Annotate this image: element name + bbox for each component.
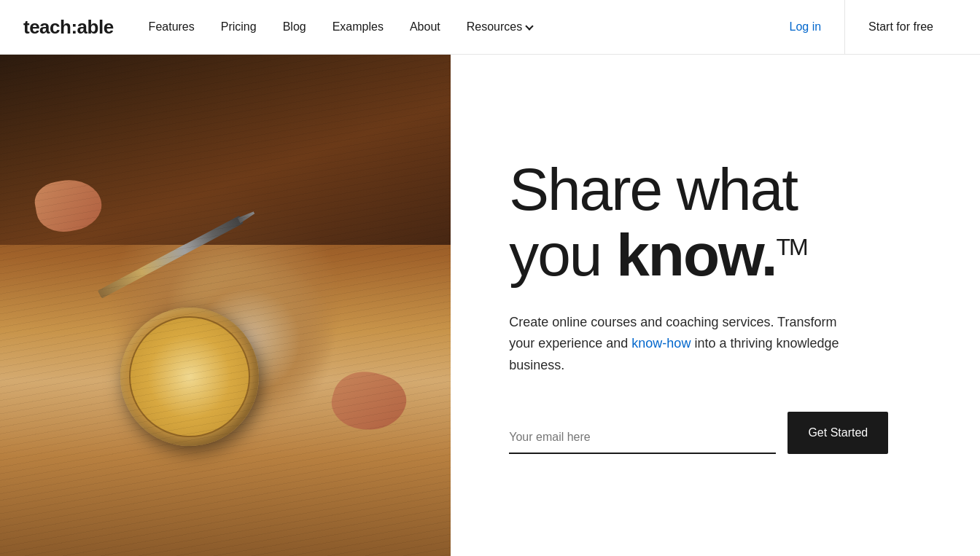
know-how-link[interactable]: know-how [631, 336, 691, 351]
chevron-down-icon [526, 22, 534, 30]
hero-image [0, 55, 451, 556]
carved-wood-circle [120, 308, 259, 446]
nav-link-blog[interactable]: Blog [283, 20, 306, 34]
email-input[interactable] [509, 428, 776, 447]
nav-link-about[interactable]: About [410, 20, 440, 34]
nav-link-resources[interactable]: Resources [467, 20, 532, 34]
email-form[interactable]: Get Started [509, 412, 888, 454]
login-link[interactable]: Log in [766, 20, 844, 34]
hero-title: Share what you know.TM [509, 157, 929, 288]
hero-subtitle: Create online courses and coaching servi… [509, 312, 859, 377]
hero-section: Share what you know.TM Create online cou… [0, 55, 980, 556]
email-input-wrapper [509, 428, 776, 454]
nav-link-features[interactable]: Features [149, 20, 195, 34]
hero-content: Share what you know.TM Create online cou… [451, 55, 980, 556]
hero-image-container [0, 55, 451, 556]
nav-link-pricing[interactable]: Pricing [221, 20, 257, 34]
hand-left [32, 175, 106, 237]
hand-right [327, 364, 412, 439]
leather-overlay [0, 55, 451, 245]
nav-link-examples[interactable]: Examples [332, 20, 384, 34]
nav-right: Log in Start for free [766, 0, 957, 55]
start-for-free-link[interactable]: Start for free [845, 20, 957, 34]
site-logo[interactable]: teach:able [23, 16, 114, 39]
navbar: teach:able Features Pricing Blog Example… [0, 0, 980, 55]
nav-links: Features Pricing Blog Examples About Res… [149, 20, 766, 34]
get-started-button[interactable]: Get Started [788, 412, 888, 454]
chisel-tool [98, 216, 244, 299]
